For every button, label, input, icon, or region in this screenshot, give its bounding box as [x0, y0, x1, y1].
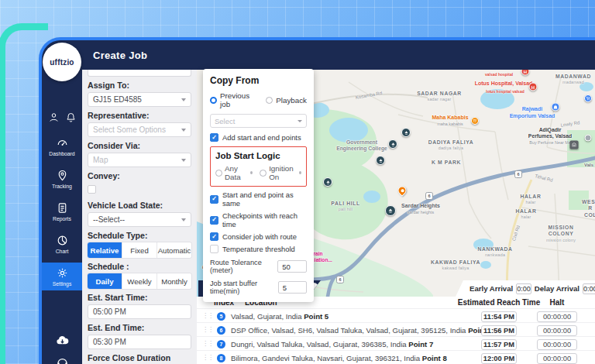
row-index-badge: 8	[217, 354, 225, 362]
route-tolerance-row: Route Tolerance (meter) 50	[210, 259, 307, 274]
map-marker-checkpoint-big[interactable]	[385, 205, 396, 216]
copy-from-select[interactable]: Select	[210, 114, 307, 128]
drag-handle-icon[interactable]: ⋮⋮	[202, 340, 213, 347]
consider-via-select[interactable]: Map	[88, 153, 191, 167]
map-road-label: Kosamba Rd	[355, 91, 382, 100]
sidebar-item-reports[interactable]: Reports	[42, 197, 82, 225]
copy-from-panel: Copy From Previous jobPlayback Select Ad…	[203, 69, 314, 302]
user-icon[interactable]	[48, 112, 60, 123]
schedule-weekly-button[interactable]: Weekly	[122, 273, 157, 289]
add-points-checkbox[interactable]	[210, 133, 218, 142]
schedule-type-fixed-button[interactable]: Fixed	[122, 242, 157, 258]
map-marker-hospital[interactable]: H	[529, 83, 538, 91]
checkbox-label: Temperature threshold	[222, 245, 295, 253]
row-halt[interactable]: 00:00:00	[537, 339, 577, 350]
chevron-down-icon	[181, 98, 186, 101]
est-start-input[interactable]: 05:00 PM	[88, 304, 191, 319]
sidebar-item-settings[interactable]: Settings	[42, 263, 82, 290]
map-marker-checkpoint[interactable]	[401, 128, 411, 137]
drag-handle-icon[interactable]: ⋮⋮	[202, 326, 213, 333]
checkbox[interactable]	[210, 232, 218, 241]
delay-arrival-input[interactable]: 0:00	[583, 283, 595, 294]
chevron-down-icon	[181, 218, 186, 221]
map-marker-food[interactable]	[471, 117, 479, 125]
job-start-logic-option[interactable]: Ignition On	[260, 164, 301, 181]
row-reach-time[interactable]: 12:00 PM	[481, 353, 517, 364]
radio-icon[interactable]	[215, 170, 222, 177]
add-points-row: Add start and end points	[210, 133, 307, 142]
map-marker-cart[interactable]	[584, 94, 592, 102]
map-marker-checkpoint[interactable]	[376, 156, 385, 165]
map-marker-hospital[interactable]: H	[521, 70, 530, 76]
force-close-label: Force Close Duration	[88, 353, 191, 362]
row-halt[interactable]: 00:00:00	[537, 311, 577, 322]
map-marker-checkpoint[interactable]	[388, 139, 397, 149]
row-halt[interactable]: 00:00:00	[537, 325, 577, 336]
checkbox[interactable]	[210, 195, 218, 204]
map-road-label: Civil Rd	[511, 225, 521, 242]
add-points-label: Add start and end points	[222, 133, 301, 142]
row-reach-time[interactable]: 11:57 PM	[481, 339, 517, 350]
map-marker-bag[interactable]	[552, 103, 560, 112]
drag-handle-icon[interactable]: ⋮⋮	[202, 354, 213, 361]
map-marker-gray[interactable]	[585, 135, 592, 142]
sidebar-item-label: Chart	[56, 249, 69, 254]
job-start-logic-option[interactable]: Any Data	[215, 164, 253, 181]
sidebar-item-label: Tracking	[52, 184, 72, 189]
map-area-label: MADANWADmadanwad	[555, 74, 591, 85]
sidebar-item-tracking[interactable]: Tracking	[42, 165, 82, 193]
job-form-panel: Assign To: GJ15 ED4585 Representative: S…	[82, 70, 197, 364]
checkbox[interactable]	[210, 216, 218, 225]
cloud-download-icon[interactable]	[55, 333, 70, 348]
table-row[interactable]: ⋮⋮8Bilimora, Gandevi Taluka, Navsari, Gu…	[197, 350, 595, 364]
table-row[interactable]: ⋮⋮6DSP Office, Valsad, SH6, Valsad Taluk…	[197, 322, 595, 336]
schedule-type-automatic-button[interactable]: Automatic	[157, 242, 191, 258]
row-halt[interactable]: 00:00:00	[537, 353, 577, 364]
convey-label: Convey:	[88, 171, 191, 180]
schedule-type-relative-button[interactable]: Relative	[88, 242, 122, 258]
map-marker-checkpoint[interactable]	[323, 177, 332, 187]
assign-to-select[interactable]: GJ15 ED4585	[88, 92, 191, 107]
row-location: Dungri, Valsad Taluka, Valsad, Gujarat, …	[231, 340, 433, 349]
map-area-sublabel: nankwada	[477, 253, 512, 259]
reports-icon	[56, 201, 69, 215]
copy-from-option-row: Start and end point as same	[210, 191, 307, 208]
map-area-sublabel: halar	[521, 201, 542, 206]
map-area-label: NANKWADAnankwada	[477, 246, 512, 258]
clipped-input[interactable]	[88, 70, 191, 77]
map-poi-label: valsad hospital	[485, 72, 513, 77]
copy-source-option[interactable]: Playback	[266, 91, 307, 108]
row-reach-time[interactable]: 11:54 PM	[481, 311, 517, 322]
vehicle-load-select[interactable]: --Select--	[88, 212, 191, 227]
copy-source-option[interactable]: Previous job	[210, 91, 257, 108]
buffer-time-input[interactable]: 5	[278, 281, 307, 294]
table-row[interactable]: ⋮⋮7Dungri, Valsad Taluka, Valsad, Gujara…	[197, 336, 595, 350]
radio-icon[interactable]	[210, 97, 217, 104]
map-poi-sublabel: maha kababis	[432, 122, 468, 127]
sidebar-item-dashboard[interactable]: Dashboard	[42, 132, 82, 160]
copy-from-option-row: Temperature threshold	[210, 245, 307, 253]
route-tolerance-input[interactable]: 50	[277, 260, 307, 273]
convey-checkbox[interactable]	[88, 185, 96, 194]
est-end-input[interactable]: 05:30 PM	[88, 335, 191, 349]
headset-icon[interactable]	[55, 355, 70, 364]
chevron-down-icon	[181, 129, 186, 132]
sidebar-item-chart[interactable]: Chart	[42, 230, 82, 258]
sidebar-item-label: Reports	[53, 216, 71, 221]
est-start-label: Est. Start Time:	[88, 293, 191, 302]
est-end-label: Est. End Time:	[88, 323, 191, 332]
radio-icon[interactable]	[260, 170, 267, 177]
checkbox[interactable]	[210, 245, 218, 253]
row-reach-time[interactable]: 11:56 PM	[481, 325, 517, 336]
table-row[interactable]: ⋮⋮5Valsad, Gujarat, India Point 511:54 P…	[197, 308, 595, 322]
drag-handle-icon[interactable]: ⋮⋮	[202, 312, 213, 319]
building-icon[interactable]	[570, 141, 579, 149]
radio-icon[interactable]	[266, 97, 273, 104]
early-arrival-input[interactable]: 0:00	[516, 283, 531, 294]
bell-icon[interactable]	[65, 112, 77, 123]
representative-select[interactable]: Select Some Options	[88, 122, 191, 137]
schedule-daily-button[interactable]: Daily	[88, 273, 122, 289]
schedule-monthly-button[interactable]: Monthly	[157, 273, 191, 289]
location-pin-marker[interactable]	[398, 187, 407, 195]
brand-logo[interactable]: ufftzio	[43, 43, 81, 81]
